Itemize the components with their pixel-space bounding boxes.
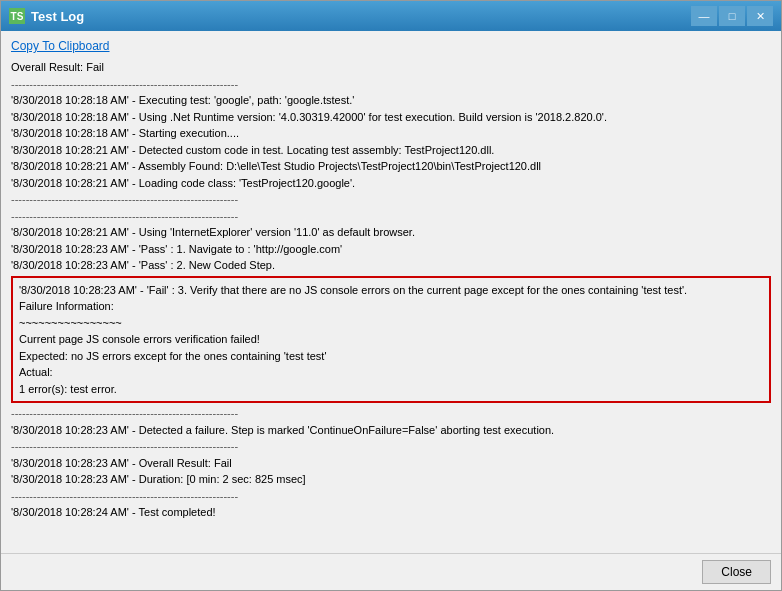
failure-separator-tilde: ~~~~~~~~~~~~~~~~ (19, 315, 763, 332)
minimize-button[interactable]: — (691, 6, 717, 26)
failure-description: Current page JS console errors verificat… (19, 331, 763, 348)
separator-line-2: ----------------------------------------… (11, 191, 771, 208)
separator-line-3: ----------------------------------------… (11, 208, 771, 225)
log-line-2: '8/30/2018 10:28:18 AM' - Using .Net Run… (11, 109, 771, 126)
log-line-3: '8/30/2018 10:28:18 AM' - Starting execu… (11, 125, 771, 142)
post-log-line-4: '8/30/2018 10:28:24 AM' - Test completed… (11, 504, 771, 521)
post-log-line-2: '8/30/2018 10:28:23 AM' - Overall Result… (11, 455, 771, 472)
failure-expected: Expected: no JS errors except for the on… (19, 348, 763, 365)
log-container[interactable]: Overall Result: Fail -------------------… (11, 59, 771, 545)
log-line-7: '8/30/2018 10:28:21 AM' - Using 'Interne… (11, 224, 771, 241)
post-log-line-3: '8/30/2018 10:28:23 AM' - Duration: [0 m… (11, 471, 771, 488)
main-window: TS Test Log — □ ✕ Copy To Clipboard Over… (0, 0, 782, 591)
separator-line-1: ----------------------------------------… (11, 76, 771, 93)
failure-actual-value: 1 error(s): test error. (19, 381, 763, 398)
log-line-4: '8/30/2018 10:28:21 AM' - Detected custo… (11, 142, 771, 159)
log-line-8: '8/30/2018 10:28:23 AM' - 'Pass' : 1. Na… (11, 241, 771, 258)
failure-actual-label: Actual: (19, 364, 763, 381)
footer: Close (1, 553, 781, 590)
post-log-line-1: '8/30/2018 10:28:23 AM' - Detected a fai… (11, 422, 771, 439)
log-line-1: '8/30/2018 10:28:18 AM' - Executing test… (11, 92, 771, 109)
post-sep-2: ----------------------------------------… (11, 438, 771, 455)
title-bar-controls: — □ ✕ (691, 6, 773, 26)
window-title: Test Log (31, 9, 691, 24)
failure-header-line: '8/30/2018 10:28:23 AM' - 'Fail' : 3. Ve… (19, 282, 763, 299)
failure-box: '8/30/2018 10:28:23 AM' - 'Fail' : 3. Ve… (11, 276, 771, 404)
log-line-6: '8/30/2018 10:28:21 AM' - Loading code c… (11, 175, 771, 192)
window-close-button[interactable]: ✕ (747, 6, 773, 26)
content-area: Copy To Clipboard Overall Result: Fail -… (1, 31, 781, 553)
overall-result-line: Overall Result: Fail (11, 59, 771, 76)
copy-to-clipboard-link[interactable]: Copy To Clipboard (11, 39, 771, 53)
maximize-button[interactable]: □ (719, 6, 745, 26)
log-line-5: '8/30/2018 10:28:21 AM' - Assembly Found… (11, 158, 771, 175)
log-line-9: '8/30/2018 10:28:23 AM' - 'Pass' : 2. Ne… (11, 257, 771, 274)
window-icon: TS (9, 8, 25, 24)
failure-info-label: Failure Information: (19, 298, 763, 315)
title-bar: TS Test Log — □ ✕ (1, 1, 781, 31)
post-sep-1: ----------------------------------------… (11, 405, 771, 422)
close-button[interactable]: Close (702, 560, 771, 584)
post-sep-3: ----------------------------------------… (11, 488, 771, 505)
